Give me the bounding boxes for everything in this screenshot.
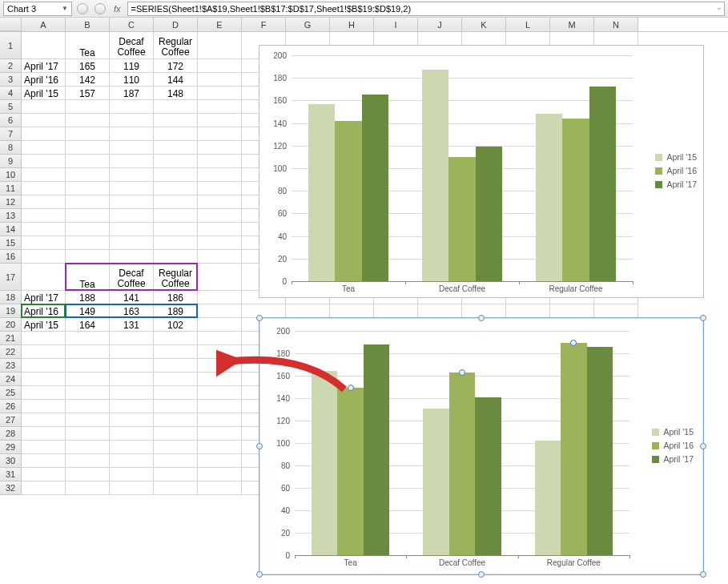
cell-D4[interactable]: 148 (154, 87, 198, 100)
bar-April15-Tea[interactable] (312, 371, 338, 555)
cell-D24[interactable] (154, 373, 198, 386)
cell-E32[interactable] (198, 481, 242, 495)
cell-E1[interactable] (198, 32, 242, 59)
cell-D13[interactable] (154, 209, 198, 223)
cell-B4[interactable]: 157 (66, 87, 110, 100)
cell-A12[interactable] (22, 195, 66, 209)
row-header-31[interactable]: 31 (0, 468, 22, 481)
cell-C9[interactable] (110, 155, 154, 168)
accept-formula-button[interactable] (95, 3, 106, 14)
cell-C4[interactable]: 187 (110, 87, 154, 100)
cell-B25[interactable] (66, 386, 110, 400)
legend-item[interactable]: April '15 (655, 152, 697, 162)
cell-D32[interactable] (154, 481, 198, 495)
cell-A11[interactable] (22, 182, 66, 195)
cell-E2[interactable] (198, 59, 242, 73)
cell-D3[interactable]: 144 (154, 73, 198, 87)
col-header-D[interactable]: D (154, 18, 198, 31)
cell-C5[interactable] (110, 100, 154, 114)
chart-resize-handle[interactable] (700, 315, 706, 321)
cell-J19[interactable] (418, 304, 462, 318)
cell-N19[interactable] (594, 304, 638, 318)
row-header-10[interactable]: 10 (0, 168, 22, 182)
row-header-6[interactable]: 6 (0, 114, 22, 127)
bar-April15-DecafCoffee[interactable] (423, 409, 449, 555)
cell-A21[interactable] (22, 332, 66, 345)
bar-April17-DecafCoffee[interactable] (476, 147, 502, 281)
row-header-22[interactable]: 22 (0, 345, 22, 359)
cell-B6[interactable] (66, 114, 110, 127)
bar-April16-DecafCoffee[interactable] (449, 373, 476, 555)
col-header-H[interactable]: H (330, 18, 374, 31)
cell-A13[interactable] (22, 209, 66, 223)
cell-C14[interactable] (110, 223, 154, 236)
series-point-handle[interactable] (570, 340, 577, 346)
cell-L19[interactable] (506, 304, 550, 318)
cell-B23[interactable] (66, 359, 110, 373)
fx-icon[interactable]: fx (114, 4, 121, 14)
cell-D5[interactable] (154, 100, 198, 114)
cell-E19[interactable] (198, 304, 242, 318)
cell-C23[interactable] (110, 359, 154, 373)
cell-C21[interactable] (110, 332, 154, 345)
cell-A24[interactable] (22, 373, 66, 386)
cell-B29[interactable] (66, 441, 110, 454)
chevron-down-icon[interactable]: ▼ (62, 5, 68, 12)
cell-A6[interactable] (22, 114, 66, 127)
cell-A3[interactable]: April '16 (22, 73, 66, 87)
cell-I19[interactable] (374, 304, 418, 318)
chart-legend[interactable]: April '15April '16April '17 (655, 148, 697, 193)
bar-April17-RegularCoffee[interactable] (589, 87, 616, 281)
cell-C22[interactable] (110, 345, 154, 359)
cell-A30[interactable] (22, 454, 66, 468)
row-header-14[interactable]: 14 (0, 223, 22, 236)
cell-H19[interactable] (330, 304, 374, 318)
cell-C7[interactable] (110, 127, 154, 141)
row-header-21[interactable]: 21 (0, 332, 22, 345)
cell-C15[interactable] (110, 236, 154, 250)
col-header-I[interactable]: I (374, 18, 418, 31)
cell-B1[interactable]: Tea (66, 32, 110, 59)
cell-A4[interactable]: April '15 (22, 87, 66, 100)
cell-E17[interactable] (198, 264, 242, 291)
row-header-30[interactable]: 30 (0, 454, 22, 468)
cell-C2[interactable]: 119 (110, 59, 154, 73)
bar-April15-DecafCoffee[interactable] (422, 70, 448, 281)
chart-resize-handle[interactable] (256, 443, 263, 449)
row-header-25[interactable]: 25 (0, 386, 22, 400)
cell-M19[interactable] (550, 304, 594, 318)
cell-D8[interactable] (154, 141, 198, 155)
row-header-23[interactable]: 23 (0, 359, 22, 373)
cell-D30[interactable] (154, 454, 198, 468)
cell-A7[interactable] (22, 127, 66, 141)
cell-D27[interactable] (154, 413, 198, 427)
row-header-20[interactable]: 20 (0, 318, 22, 332)
cell-D20[interactable]: 102 (154, 318, 198, 332)
cell-C32[interactable] (110, 481, 154, 495)
cell-B2[interactable]: 165 (66, 59, 110, 73)
col-header-F[interactable]: F (242, 18, 286, 31)
cell-B28[interactable] (66, 427, 110, 441)
row-header-8[interactable]: 8 (0, 141, 22, 155)
cell-E7[interactable] (198, 127, 242, 141)
cell-D9[interactable] (154, 155, 198, 168)
bar-April16-Tea[interactable] (335, 121, 361, 281)
cell-D29[interactable] (154, 441, 198, 454)
cell-C29[interactable] (110, 441, 154, 454)
cell-B7[interactable] (66, 127, 110, 141)
row-header-27[interactable]: 27 (0, 413, 22, 427)
cell-D22[interactable] (154, 345, 198, 359)
row-header-29[interactable]: 29 (0, 441, 22, 454)
cell-B16[interactable] (66, 250, 110, 264)
cell-A29[interactable] (22, 441, 66, 454)
cell-E30[interactable] (198, 454, 242, 468)
legend-item[interactable]: April '16 (652, 441, 694, 450)
cell-F19[interactable] (242, 304, 286, 318)
chart-resize-handle[interactable] (256, 571, 263, 578)
row-header-19[interactable]: 19 (0, 304, 22, 318)
row-header-18[interactable]: 18 (0, 291, 22, 304)
row-header-11[interactable]: 11 (0, 182, 22, 195)
legend-item[interactable]: April '16 (655, 166, 697, 175)
bar-April15-RegularCoffee[interactable] (535, 441, 561, 555)
col-header-M[interactable]: M (550, 18, 594, 31)
